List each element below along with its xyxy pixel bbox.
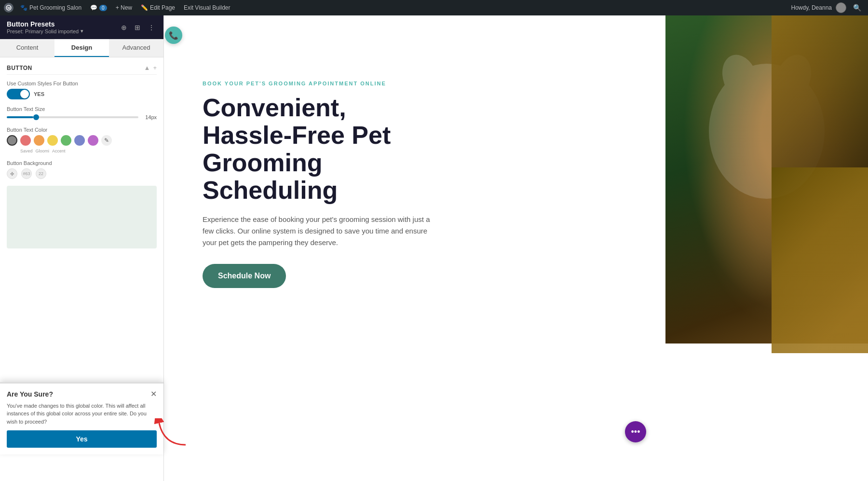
confirm-text: You've made changes to this global color…: [7, 402, 157, 426]
color-swatch-purple[interactable]: [88, 135, 98, 146]
collapse-icon[interactable]: ▲: [144, 64, 150, 71]
search-icon[interactable]: 🔍: [850, 4, 864, 12]
admin-bar: W 🐾 Pet Grooming Salon 💬 0 + New ✏️ Edit…: [0, 0, 868, 15]
canvas-area: BOOK YOUR PET'S GROOMING APPOINTMENT ONL…: [164, 15, 868, 481]
admin-bar-left: W 🐾 Pet Grooming Salon 💬 0 + New ✏️ Edit…: [4, 0, 232, 15]
side-image-bottom: [772, 167, 868, 353]
toggle-row: YES: [7, 89, 157, 99]
duplicate-icon[interactable]: ⊕: [119, 23, 129, 32]
text-color-label: Button Text Color: [7, 127, 157, 133]
confirm-title: Are You Sure?: [7, 390, 53, 398]
panel-subtitle: Preset: Primary Solid imported ▾: [7, 28, 83, 34]
panel-header-icons: ⊕ ⊞ ⋮: [119, 23, 157, 32]
more-options-icon[interactable]: ⋮: [146, 23, 157, 32]
bg-swatch-2[interactable]: #63: [21, 168, 32, 179]
hero-title: Convenient, Hassle-Free Pet Grooming Sch…: [203, 94, 434, 205]
confirm-header: Are You Sure? ✕: [7, 390, 157, 398]
schedule-now-button[interactable]: Schedule Now: [203, 264, 286, 288]
slider-fill: [7, 116, 33, 118]
dots-icon: •••: [631, 427, 640, 437]
section-icons: ▲ +: [144, 64, 157, 71]
panel-title: Button Presets: [7, 20, 83, 28]
floating-dots-button[interactable]: •••: [625, 421, 646, 442]
button-preview: [7, 186, 157, 248]
phone-symbol: 📞: [169, 31, 178, 40]
color-swatch-red[interactable]: [20, 135, 31, 146]
hero-content: BOOK YOUR PET'S GROOMING APPOINTMENT ONL…: [203, 81, 434, 289]
edit-page-link[interactable]: ✏️ Edit Page: [139, 0, 177, 15]
left-panel: Button Presets Preset: Primary Solid imp…: [0, 15, 164, 481]
swatch-labels: Saved Gloomi Accent: [7, 149, 157, 153]
panel-header: Button Presets Preset: Primary Solid imp…: [0, 15, 163, 39]
add-icon[interactable]: +: [153, 64, 157, 71]
exit-builder-link[interactable]: Exit Visual Builder: [182, 0, 232, 15]
bg-label: Button Background: [7, 160, 157, 166]
main-layout: Button Presets Preset: Primary Solid imp…: [0, 15, 868, 481]
chevron-down-icon: ▾: [81, 28, 83, 34]
confirm-button-row: Yes: [7, 430, 157, 448]
confirm-dialog: Are You Sure? ✕ You've made changes to t…: [0, 382, 163, 455]
slider-thumb[interactable]: [33, 114, 39, 120]
color-swatch-gray[interactable]: [7, 135, 17, 146]
site-favicon: 🐾: [20, 4, 27, 11]
text-color-field: Button Text Color ✎ Saved Gloomi Accent: [7, 127, 157, 153]
swatch-label-accent: Accent: [52, 149, 66, 153]
bg-swatch-1[interactable]: ✤: [7, 168, 17, 179]
side-decorative-images: [772, 15, 868, 353]
hero-description: Experience the ease of booking your pet'…: [203, 214, 434, 248]
swatch-label-1: [7, 149, 17, 153]
panel-tabs: Content Design Advanced: [0, 39, 163, 57]
color-swatch-yellow[interactable]: [47, 135, 58, 146]
text-size-track: [7, 116, 138, 118]
close-icon[interactable]: ✕: [150, 390, 157, 398]
panel-header-info: Button Presets Preset: Primary Solid imp…: [7, 20, 83, 34]
howdy-text: Howdy, Deanna: [791, 4, 832, 11]
hero-section: BOOK YOUR PET'S GROOMING APPOINTMENT ONL…: [164, 15, 868, 353]
text-size-field: Button Text Size 14px: [7, 106, 157, 120]
text-size-label: Button Text Size: [7, 106, 157, 112]
color-swatch-blue[interactable]: [74, 135, 85, 146]
button-section-header: Button ▲ +: [7, 64, 157, 75]
hero-tag: BOOK YOUR PET'S GROOMING APPOINTMENT ONL…: [203, 81, 434, 86]
text-size-slider-row: 14px: [7, 114, 157, 120]
swatch-label-saved: Saved: [20, 149, 33, 153]
admin-bar-right: Howdy, Deanna 🔍: [791, 2, 865, 13]
yes-button[interactable]: Yes: [7, 430, 157, 448]
grid-icon[interactable]: ⊞: [133, 23, 142, 32]
tab-content[interactable]: Content: [0, 39, 54, 57]
red-arrow-indicator: [154, 414, 188, 447]
comments-link[interactable]: 💬 0: [88, 0, 109, 15]
color-swatch-orange[interactable]: [34, 135, 44, 146]
pencil-icon: ✏️: [141, 4, 148, 11]
button-section-title: Button: [7, 65, 32, 71]
bg-swatch-3[interactable]: 22: [36, 168, 46, 179]
custom-styles-field: Use Custom Styles For Button YES: [7, 81, 157, 99]
comment-icon: 💬: [90, 4, 97, 11]
bg-field: Button Background ✤ #63 22: [7, 160, 157, 179]
side-image-top: [772, 15, 868, 167]
tab-design[interactable]: Design: [54, 39, 109, 57]
toggle-state-label: YES: [34, 91, 44, 97]
user-avatar[interactable]: [836, 2, 846, 13]
color-pen[interactable]: ✎: [101, 135, 112, 146]
text-size-value: 14px: [142, 114, 157, 120]
bg-row: ✤ #63 22: [7, 168, 157, 179]
wordpress-logo[interactable]: W: [4, 3, 14, 13]
color-swatches: ✎: [7, 135, 157, 146]
teal-phone-icon[interactable]: 📞: [165, 27, 182, 44]
custom-styles-label: Use Custom Styles For Button: [7, 81, 157, 86]
new-post-link[interactable]: + New: [114, 0, 134, 15]
svg-text:W: W: [7, 6, 11, 10]
custom-styles-toggle[interactable]: [7, 89, 30, 99]
toggle-thumb: [20, 90, 29, 98]
site-name-link[interactable]: 🐾 Pet Grooming Salon: [18, 0, 83, 15]
tab-advanced[interactable]: Advanced: [109, 39, 163, 57]
color-swatch-green[interactable]: [61, 135, 71, 146]
swatch-label-gloomi: Gloomi: [36, 149, 50, 153]
